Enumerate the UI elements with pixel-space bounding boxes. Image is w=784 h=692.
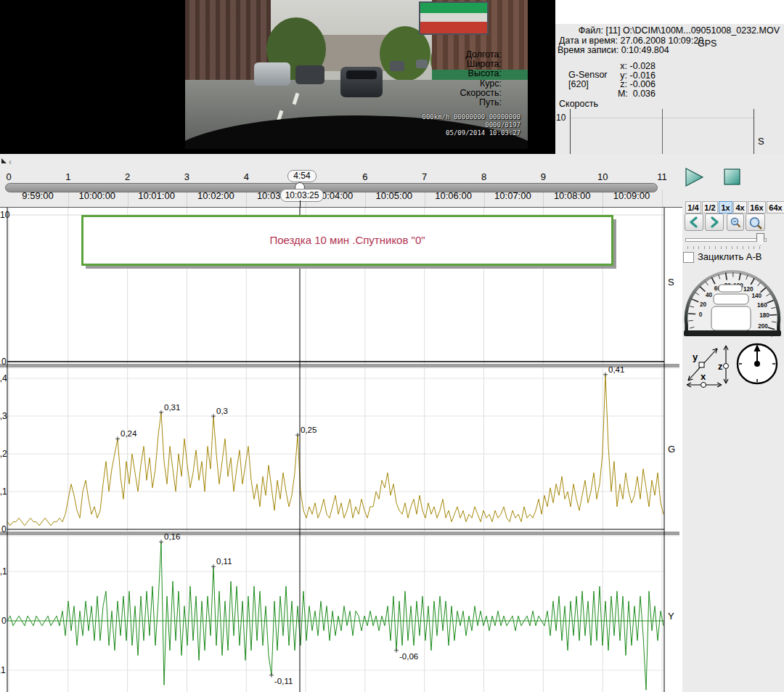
peak-marker <box>269 673 274 677</box>
gsensor-value: M: 0.036 <box>599 89 656 99</box>
corner-grip-icon <box>1 158 7 163</box>
collapse-icon[interactable]: ‹ <box>9 157 12 167</box>
gauge-speed-label: 40 <box>706 292 713 298</box>
speed-button-1-2[interactable]: 1/2 <box>702 201 718 213</box>
play-icon[interactable] <box>686 168 703 186</box>
peak-marker <box>211 564 216 569</box>
peak-marker <box>159 540 163 544</box>
heading-compass <box>735 340 780 386</box>
chart-axis-value: 0 <box>1 524 7 534</box>
timeline-minute-label: 1 <box>65 171 70 182</box>
mini-chart-s-label: S <box>758 136 764 147</box>
message-box: Поездка 10 мин .Спутников "0" <box>81 215 613 266</box>
slider-tick <box>709 246 710 249</box>
prev-frame-button[interactable] <box>685 213 703 231</box>
datetime-label: Дата и время: 27.06.2008 10:09:20 <box>559 36 703 46</box>
slider-tick <box>737 246 738 249</box>
peak-value-label: 0,31 <box>164 403 180 412</box>
gauge-display-small <box>719 285 742 292</box>
sensor-charts[interactable]: 0,240,310,30,250,410,160,11-0,11-0,06 <box>0 207 682 692</box>
gauge-speed-label: 180 <box>759 312 769 319</box>
y-series <box>7 542 663 690</box>
peak-value-label: -0,06 <box>399 652 418 661</box>
slider-tick <box>748 246 749 249</box>
chart-axis-value: 0,1 <box>0 487 7 497</box>
timeline-slider[interactable] <box>5 183 658 192</box>
gps-title: GPS <box>698 38 716 49</box>
timeline-minute-label: 8 <box>481 171 486 182</box>
peak-marker <box>159 410 163 415</box>
zoom-out-button[interactable] <box>727 213 744 231</box>
peak-value-label: 0,3 <box>216 407 228 415</box>
gauge-speed-label: 0 <box>699 312 703 318</box>
stop-icon[interactable] <box>724 169 740 184</box>
speed-button-4x[interactable]: 4x <box>733 201 747 213</box>
chart-series-label: S <box>668 277 674 288</box>
timeline-minute-label: 2 <box>125 171 130 182</box>
gsensor-id: [620] <box>568 79 589 89</box>
magnifier-minus-icon <box>730 216 742 229</box>
video-car <box>254 62 290 86</box>
chart-series-label: Y <box>668 611 674 622</box>
slider-tick <box>726 246 727 249</box>
axis-x-marker <box>701 383 706 388</box>
video-car <box>390 61 404 71</box>
message-text: Поездка 10 мин .Спутников "0" <box>83 217 611 264</box>
overlay-datetime: 05/09/2014 10:03:27 <box>422 129 520 137</box>
slider-tick <box>715 246 716 249</box>
gauge-display-medium <box>714 294 748 304</box>
slider-tick <box>721 246 722 249</box>
chart-axis-value: 10 <box>0 210 9 220</box>
chart-axis-value: -0,1 <box>0 665 6 675</box>
timeline-minute-label: 0 <box>6 171 11 182</box>
timeline-minute-label: 10 <box>597 171 608 182</box>
slider-tick <box>759 246 760 249</box>
chart-axis-value: 0,1 <box>0 566 7 577</box>
file-path-label: Файл: [11] O:\DCIM\100M...09051008_0232.… <box>579 25 780 36</box>
chart-series-label: G <box>668 444 675 455</box>
speed-button-1x[interactable]: 1x <box>719 201 732 213</box>
mini-chart-ymax: 10 <box>556 113 565 123</box>
speed-section-label: Скорость <box>559 99 598 109</box>
gps-field-label: Широта: <box>467 59 502 69</box>
speed-button-64x[interactable]: 64x <box>767 201 784 213</box>
gauge-base <box>684 330 781 336</box>
slider-tick <box>754 246 754 249</box>
magnifier-plus-icon <box>748 216 763 230</box>
loop-ab-label: Зациклить A-B <box>698 251 761 262</box>
speed-button-16x[interactable]: 16x <box>748 201 766 213</box>
axis-x-label: x <box>701 371 706 382</box>
gauge-display-large <box>711 306 751 330</box>
rec-time-label: Время записи: 0:10:49.804 <box>558 45 669 55</box>
panel-zoom-slider[interactable] <box>685 238 767 242</box>
video-overlay-text: 000km/h 00000000 00000000 0000/0197 05/0… <box>422 113 520 137</box>
slider-tick <box>687 246 688 249</box>
clock-time-bubble: 10:03:25 <box>280 189 324 202</box>
timeline-gridline <box>662 190 663 207</box>
chart-axis-value: 0,2 <box>0 449 7 459</box>
peak-value-label: 0,41 <box>608 365 624 374</box>
axis-z-label: z <box>718 361 723 372</box>
slider-tick <box>732 246 732 249</box>
gauge-speed-label: 20 <box>700 301 707 308</box>
peak-marker <box>115 436 120 441</box>
zoom-in-button[interactable] <box>746 213 765 231</box>
transport-controls <box>684 166 742 188</box>
video-car <box>416 60 428 68</box>
next-frame-button[interactable] <box>705 213 724 231</box>
loop-ab-checkbox[interactable] <box>683 252 694 263</box>
peak-marker <box>295 433 300 437</box>
slider-tick <box>704 246 705 249</box>
gauge-tick <box>688 320 693 321</box>
slider-tick <box>698 246 699 249</box>
speedometer-gauge: 020406080100120140160180200 <box>681 266 784 340</box>
gauge-speed-label: 140 <box>751 293 761 299</box>
gauge-speed-label: 200 <box>758 323 768 330</box>
chart-axis-value: 0,4 <box>0 373 7 383</box>
gps-field-label: Путь: <box>479 97 502 107</box>
elapsed-time-bubble: 4:54 <box>287 170 317 182</box>
speed-button-1-4[interactable]: 1/4 <box>685 201 701 213</box>
chevron-left-icon <box>688 216 700 228</box>
peak-value-label: 0,24 <box>121 429 137 438</box>
peak-value-label: 0,25 <box>301 426 317 434</box>
